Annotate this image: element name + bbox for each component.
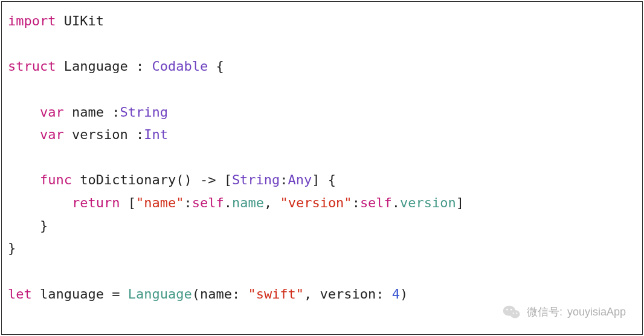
code-token: name <box>232 195 264 210</box>
code-token <box>8 172 40 187</box>
code-token: self <box>192 195 224 210</box>
code-token: : <box>280 172 288 187</box>
code-token: Language <box>128 286 192 302</box>
code-token: ] { <box>312 172 336 187</box>
code-token: JSONEncoder <box>120 332 208 335</box>
code-token: . <box>224 195 232 210</box>
code-token: : <box>352 195 360 210</box>
code-token: let <box>8 332 32 335</box>
code-token: Int <box>144 127 168 142</box>
code-token: (name: <box>192 286 248 302</box>
code-token: language = <box>32 286 128 302</box>
code-token: "swift" <box>248 286 304 302</box>
code-token: version : <box>64 127 144 142</box>
code-token: [ <box>120 195 136 210</box>
code-token: String <box>120 105 167 120</box>
code-token: struct <box>8 59 56 74</box>
code-token: { <box>208 59 224 74</box>
code-token: let <box>8 286 32 302</box>
code-token: var <box>40 127 64 142</box>
code-token <box>8 127 40 142</box>
code-token: } <box>8 241 16 256</box>
code-content: import UIKit struct Language : Codable {… <box>8 13 464 335</box>
code-token: , version: <box>304 286 392 302</box>
code-token: name : <box>64 105 120 120</box>
code-token: ) <box>400 286 408 302</box>
code-token: encoder = <box>32 332 120 335</box>
code-token <box>8 105 40 120</box>
code-token: UIKit <box>56 13 103 28</box>
code-token: self <box>360 195 392 210</box>
code-token: return <box>72 195 120 210</box>
code-token: String <box>232 172 280 187</box>
code-token: Any <box>288 172 312 187</box>
code-token: import <box>8 13 56 28</box>
code-token: () <box>208 332 224 335</box>
code-token: toDictionary() -> [ <box>72 172 232 187</box>
code-token <box>8 195 72 210</box>
code-token: . <box>392 195 400 210</box>
code-token: var <box>40 105 64 120</box>
code-token: } <box>8 218 48 233</box>
code-token: 4 <box>392 286 400 302</box>
code-token: Codable <box>152 59 208 74</box>
code-token: Language : <box>56 59 152 74</box>
code-token: version <box>400 195 456 210</box>
code-token: func <box>40 172 72 187</box>
code-token: : <box>184 195 192 210</box>
code-token: , <box>264 195 280 210</box>
code-block: import UIKit struct Language : Codable {… <box>1 1 643 335</box>
code-token: "name" <box>136 195 184 210</box>
code-token: "version" <box>280 195 352 210</box>
code-token: ] <box>456 195 464 210</box>
